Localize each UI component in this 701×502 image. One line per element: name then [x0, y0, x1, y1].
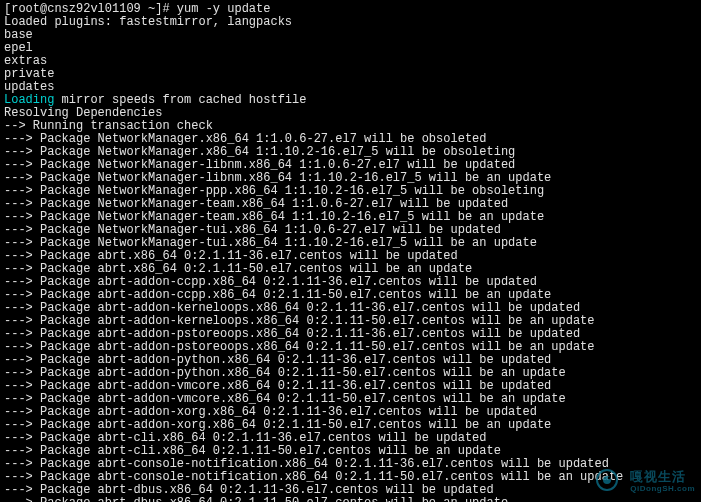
loading-keyword: Loading — [4, 93, 54, 107]
terminal-output: [root@cnsz92vl01109 ~]# yum -y updateLoa… — [0, 0, 701, 502]
output-line: extras — [4, 55, 697, 68]
output-line: private — [4, 68, 697, 81]
package-line: ---> Package abrt-dbus.x86_64 0:2.1.11-5… — [4, 497, 697, 502]
output-line: base — [4, 29, 697, 42]
shell-prompt: [root@cnsz92vl01109 ~]# — [4, 2, 177, 16]
output-line: epel — [4, 42, 697, 55]
command-text: yum -y update — [177, 2, 271, 16]
output-line: Loaded plugins: fastestmirror, langpacks — [4, 16, 697, 29]
loading-rest: mirror speeds from cached hostfile — [54, 93, 306, 107]
